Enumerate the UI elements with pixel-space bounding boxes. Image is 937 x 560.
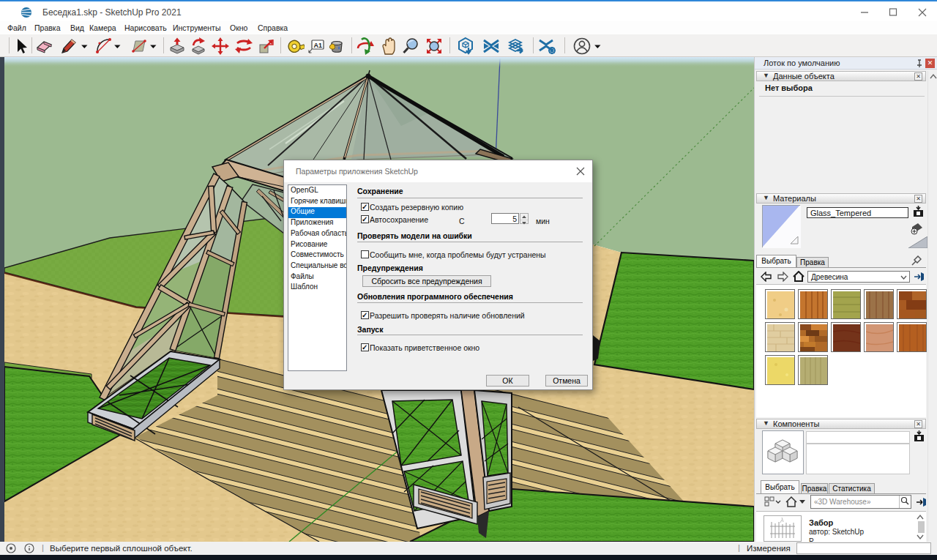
svg-text:A1: A1 <box>314 42 323 49</box>
